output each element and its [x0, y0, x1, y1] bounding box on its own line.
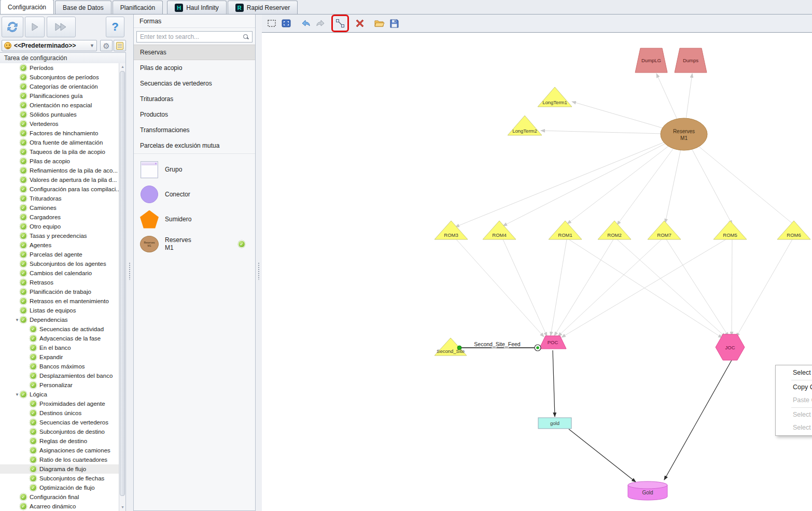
tree-item[interactable]: ✓Trituradoras [0, 194, 119, 203]
flow-edge[interactable] [456, 239, 544, 337]
tree-item[interactable]: ✓Retrasos [0, 278, 119, 287]
tree-item[interactable]: ✓Subconjuntos de los agentes [0, 259, 119, 268]
tab-planificación[interactable]: Planificación [113, 1, 163, 14]
tree-item[interactable]: ✓Retrasos en el mantenimiento [0, 296, 119, 306]
refresh-button[interactable] [2, 17, 23, 37]
tree-item[interactable]: ✓Planificación de trabajo [0, 287, 119, 296]
flow-edge[interactable] [562, 239, 726, 337]
tree-item[interactable]: ✓Subconjuntos de destino [0, 427, 119, 436]
expander-icon[interactable]: ▼ [15, 392, 20, 397]
tab-rapid-reserver[interactable]: RRapid Reserver [228, 1, 298, 14]
node-ROM4[interactable]: ROM4 [483, 221, 516, 239]
node-ROM7[interactable]: ROM7 [648, 221, 681, 239]
node-ROM3[interactable]: ROM3 [435, 221, 468, 239]
flow-edge[interactable] [503, 134, 684, 226]
tree-item[interactable]: ✓En el banco [0, 343, 119, 352]
tree-item[interactable]: ✓Configuración final [0, 492, 119, 502]
tree-item[interactable]: ✓Asignaciones de camiones [0, 446, 119, 455]
search-icon[interactable] [243, 34, 249, 40]
zoom-fit-button[interactable] [279, 17, 293, 30]
tree-item[interactable]: ✓Categorías de orientación [0, 82, 119, 91]
node-ROM6[interactable]: ROM6 [777, 221, 810, 239]
tab-base-de-datos[interactable]: Base de Datos [55, 1, 111, 14]
flow-edge[interactable] [551, 239, 567, 336]
connector-tool-button[interactable] [333, 17, 347, 30]
tree-item[interactable]: ✓Cargadores [0, 212, 119, 222]
tree-item[interactable]: ✓Cambios del calendario [0, 268, 119, 278]
tree-item[interactable]: ✓Camiones [0, 203, 119, 212]
tree-item[interactable]: ✓Optimización de flujo [0, 483, 119, 492]
tree-item[interactable]: ✓Acarreo dinámico [0, 502, 119, 511]
palette-item-grupo[interactable]: Grupo [134, 157, 255, 182]
delete-button[interactable] [353, 17, 367, 30]
node-LongTerm1[interactable]: LongTerm1 [538, 87, 572, 107]
flow-edge[interactable] [567, 134, 684, 224]
shape-category-transformaciones[interactable]: Transformaciones [134, 122, 255, 138]
tree-item[interactable]: ✓Otro equipo [0, 222, 119, 231]
tree-item[interactable]: ✓Refinamientos de la pila de aco... [0, 166, 119, 175]
connection-edge[interactable] [664, 360, 732, 480]
flow-edge[interactable] [617, 239, 725, 337]
edge-endpoint-dot[interactable] [457, 346, 461, 350]
tree-item[interactable]: ✓Vertederos [0, 119, 119, 129]
undo-button[interactable] [299, 17, 313, 30]
tree-item[interactable]: ✓Expandir [0, 352, 119, 362]
flow-edge[interactable] [732, 239, 732, 336]
tree-item[interactable]: ✓Adyacencias de la fase [0, 334, 119, 343]
node-ROM5[interactable]: ROM5 [713, 221, 747, 239]
tree-item[interactable]: ✓Otra fuente de alimentación [0, 138, 119, 147]
tree-item[interactable]: ✓Planificaciones guía [0, 91, 119, 101]
tree-item[interactable]: ✓Bancos máximos [0, 362, 119, 371]
tree-item[interactable]: ✓Configuración para las compilaci... [0, 184, 119, 194]
palette-item-sumidero[interactable]: Sumidero [134, 207, 255, 232]
run-button[interactable] [25, 17, 45, 37]
tree-item[interactable]: ✓Personalizar [0, 380, 119, 390]
shape-category-parcelas-de-exclusión-mutua[interactable]: Parcelas de exclusión mutua [134, 138, 255, 153]
marquee-select-button[interactable] [265, 17, 278, 30]
tree-item[interactable]: ✓Reglas de destino [0, 436, 119, 446]
flow-edge[interactable] [684, 134, 795, 226]
node-LongTerm2[interactable]: LongTerm2 [508, 116, 542, 135]
node-DumpLG[interactable]: DumpLG [635, 48, 667, 73]
shape-category-productos[interactable]: Productos [134, 107, 255, 122]
shape-category-secuencias-de-vertederos[interactable]: Secuencias de vertederos [134, 76, 255, 91]
tree-item[interactable]: ✓Diagrama de flujo [0, 464, 119, 474]
node-ReservesM1[interactable]: ReservesM1 [661, 118, 707, 150]
node-Dumps[interactable]: Dumps [675, 48, 707, 73]
tree-item[interactable]: ✓Ratio de los cuarteadores [0, 455, 119, 464]
save-button[interactable] [387, 17, 401, 30]
palette-item-reserves-m1[interactable]: ReservesM1ReservesM1✓ [134, 232, 255, 257]
node-JOC[interactable]: JOC [716, 334, 745, 360]
node-Second_Site[interactable]: Second_Site [435, 338, 467, 356]
tree-item[interactable]: ✓Secuencias de vertederos [0, 418, 119, 427]
shape-category-trituradoras[interactable]: Trituradoras [134, 91, 255, 107]
flow-edge[interactable] [503, 239, 547, 336]
tree-item[interactable]: ✓Destinos únicos [0, 408, 119, 418]
flow-diagram[interactable]: DumpLGDumpsLongTerm1LongTerm2ReservesM1R… [262, 33, 812, 511]
node-Gold[interactable]: Gold [628, 481, 667, 500]
tree-item[interactable]: ✓Períodos [0, 63, 119, 73]
expander-icon[interactable]: ▼ [15, 318, 20, 322]
node-ROM1[interactable]: ROM1 [549, 221, 582, 239]
scroll-down-icon[interactable]: ▼ [119, 504, 126, 511]
splitter-right[interactable] [256, 15, 262, 511]
redo-button[interactable] [314, 17, 327, 30]
tab-configuración[interactable]: Configuración [0, 0, 54, 14]
flow-edge[interactable] [554, 239, 613, 336]
tree-item[interactable]: ✓Factores de hinchamiento [0, 129, 119, 138]
flow-diagram-canvas[interactable]: DumpLGDumpsLongTerm1LongTerm2ReservesM1R… [262, 15, 812, 511]
node-POC[interactable]: POC [539, 336, 566, 349]
palette-item-conector[interactable]: Conector [134, 182, 255, 207]
flow-edge[interactable] [558, 239, 662, 336]
notes-button[interactable] [114, 40, 126, 51]
menu-item-copy-connection-properties-ctrl-c[interactable]: Copy Connection Properties (Ctrl-C) [776, 381, 812, 394]
tree-item[interactable]: ▼✓Lógica [0, 390, 119, 399]
tree-item[interactable]: ✓Taqueos de la pila de acopio [0, 147, 119, 157]
tree-item[interactable]: ✓Parcelas del agente [0, 250, 119, 259]
tree-item[interactable]: ✓Valores de apertura de la pila d... [0, 175, 119, 184]
tree-item[interactable]: ▼✓Dependencias [0, 315, 119, 324]
node-gold[interactable]: gold [538, 418, 571, 429]
tree-item[interactable]: ✓Proximidades del agente [0, 399, 119, 408]
tree-item[interactable]: ✓Sólidos puntuales [0, 110, 119, 119]
tree-scrollbar[interactable]: ▲ ▼ [119, 63, 125, 511]
